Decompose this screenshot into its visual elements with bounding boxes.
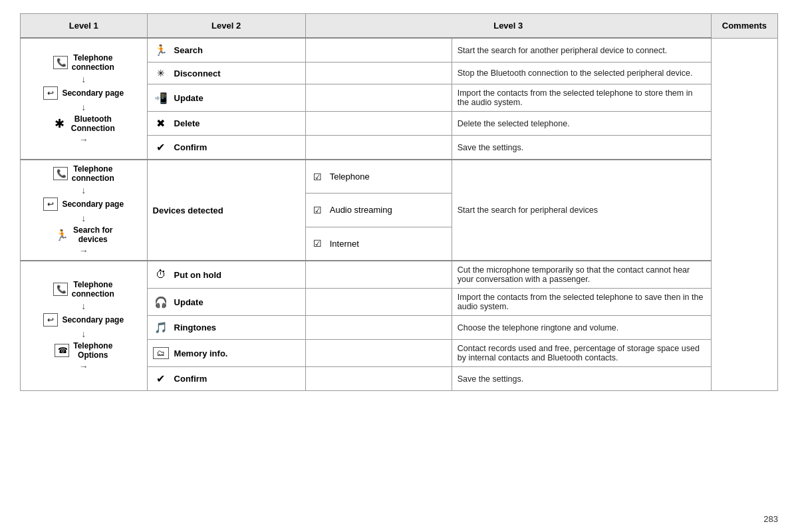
- header-level1: Level 1: [21, 14, 148, 39]
- level1-cell-s1: 📞 Telephoneconnection ↓ ↩ Secondary page…: [21, 38, 148, 160]
- level3-empty-confirm1: [305, 136, 452, 160]
- header-level3: Level 3: [305, 14, 711, 39]
- arrow-right-3: →: [79, 361, 88, 372]
- telephone-icon-s1: 📞: [53, 56, 68, 69]
- level2-cell-update1: 📲 Update: [147, 84, 305, 112]
- label-internet: Internet: [330, 239, 359, 249]
- comment-confirm1: Save the settings.: [452, 136, 711, 160]
- search-walk-icon: 🏃: [153, 44, 169, 57]
- comment-disconnect: Stop the Bluetooth connection to the sel…: [452, 63, 711, 84]
- level3-empty-hold: [305, 261, 452, 289]
- level2-cell-disconnect: ✳ Disconnect: [147, 63, 305, 84]
- comment-memory-info: Contact records used and free, percentag…: [452, 340, 711, 367]
- label-confirm2: Confirm: [174, 374, 207, 384]
- bluetooth-icon-s1: ✱: [53, 116, 67, 131]
- label-secondary-page-s3: Secondary page: [62, 315, 124, 325]
- ringtones-icon: 🎵: [153, 321, 169, 334]
- level2-cell-confirm1: ✔ Confirm: [147, 136, 305, 160]
- headphones-icon: 🎧: [153, 296, 169, 309]
- level3-empty-update2: [305, 289, 452, 316]
- main-table: Level 1 Level 2 Level 3 Comments 📞 Telep…: [20, 13, 778, 391]
- secondary-page-icon-s2: ↩: [43, 198, 58, 211]
- checkbox-internet-icon: ☑: [311, 238, 325, 249]
- label-search: Search: [174, 45, 203, 55]
- telephone-icon-s3: 📞: [53, 283, 68, 296]
- level2-cell-update2: 🎧 Update: [147, 289, 305, 316]
- telephone-options-icon-s3: ☎: [55, 344, 69, 357]
- level2-cell-devices-detected: Devices detected: [147, 160, 305, 261]
- label-telephone-connection-s2: Telephoneconnection: [72, 164, 114, 183]
- level3-internet: ☑ Internet: [305, 227, 452, 261]
- label-disconnect: Disconnect: [174, 68, 221, 78]
- level3-empty-confirm2: [305, 367, 452, 391]
- label-ringtones: Ringtones: [174, 323, 217, 332]
- secondary-page-icon-s1: ↩: [43, 86, 58, 100]
- comment-ringtones: Choose the telephone ringtone and volume…: [452, 316, 711, 340]
- arrow-down-1: ↓: [81, 74, 86, 84]
- level3-empty-disconnect: [305, 63, 452, 84]
- arrow-down-4: ↓: [81, 213, 86, 223]
- level2-cell-ringtones: 🎵 Ringtones: [147, 316, 305, 340]
- label-confirm1: Confirm: [174, 142, 207, 152]
- arrow-right-2: →: [79, 245, 88, 256]
- label-bluetooth-s1: BluetoothConnection: [71, 114, 115, 133]
- label-devices-detected: Devices detected: [153, 205, 223, 215]
- level1-cell-s3: 📞 Telephoneconnection ↓ ↩ Secondary page…: [21, 261, 148, 391]
- header-level2: Level 2: [147, 14, 305, 39]
- label-update2: Update: [174, 297, 203, 307]
- comment-confirm2: Save the settings.: [452, 367, 711, 391]
- arrow-down-2: ↓: [81, 102, 86, 112]
- arrow-down-6: ↓: [81, 329, 86, 339]
- page-number: 283: [763, 514, 778, 524]
- arrow-down-5: ↓: [81, 301, 86, 311]
- checkbox-telephone-icon: ☑: [311, 172, 325, 182]
- label-secondary-page-s1: Secondary page: [62, 88, 124, 98]
- page-wrapper: Level 1 Level 2 Level 3 Comments 📞 Telep…: [0, 0, 798, 418]
- arrow-right-1: →: [79, 134, 88, 145]
- comment-update1: Import the contacts from the selected te…: [452, 84, 711, 112]
- level2-cell-search: 🏃 Search: [147, 38, 305, 63]
- level3-audio-streaming: ☑ Audio streaming: [305, 194, 452, 227]
- comment-put-on-hold: Cut the microphone temporarily so that t…: [452, 261, 711, 289]
- level3-empty-delete: [305, 112, 452, 136]
- comment-update2: Import the contacts from the selected te…: [452, 289, 711, 316]
- label-search-devices-s2: Search fordevices: [73, 225, 112, 244]
- level2-cell-confirm2: ✔ Confirm: [147, 367, 305, 391]
- label-telephone-connection-s1: Telephoneconnection: [72, 53, 114, 72]
- checkmark-icon-2: ✔: [153, 372, 169, 385]
- comment-delete: Delete the selected telephone.: [452, 112, 711, 136]
- level3-empty-memory: [305, 340, 452, 367]
- bluetooth-x-icon: ✳: [153, 68, 169, 78]
- memory-icon: 🗂: [153, 347, 169, 359]
- search-icon-s2: 🏃: [55, 229, 69, 241]
- level3-telephone: ☑ Telephone: [305, 160, 452, 194]
- level2-cell-delete: ✖ Delete: [147, 112, 305, 136]
- comment-devices-detected: Start the search for peripheral devices: [452, 160, 711, 261]
- level2-cell-memory-info: 🗂 Memory info.: [147, 340, 305, 367]
- checkmark-icon-1: ✔: [153, 141, 169, 154]
- label-secondary-page-s2: Secondary page: [62, 200, 124, 209]
- level3-empty-ringtones: [305, 316, 452, 340]
- arrow-down-3: ↓: [81, 185, 86, 196]
- label-delete: Delete: [174, 118, 200, 128]
- label-audio-streaming: Audio streaming: [330, 205, 392, 215]
- header-comments: Comments: [711, 14, 777, 39]
- label-put-on-hold: Put on hold: [174, 270, 221, 280]
- delete-icon: ✖: [153, 117, 169, 130]
- label-telephone: Telephone: [330, 172, 370, 182]
- checkbox-audio-icon: ☑: [311, 205, 325, 215]
- label-memory-info: Memory info.: [174, 348, 228, 358]
- level3-empty-search: [305, 38, 452, 63]
- comment-search: Start the search for another peripheral …: [452, 38, 711, 63]
- level1-cell-s2: 📞 Telephoneconnection ↓ ↩ Secondary page…: [21, 160, 148, 261]
- level2-cell-put-on-hold: ⏱ Put on hold: [147, 261, 305, 289]
- label-telephone-connection-s3: Telephoneconnection: [72, 280, 114, 299]
- label-telephone-options-s3: TelephoneOptions: [73, 341, 112, 360]
- secondary-page-icon-s3: ↩: [43, 313, 58, 327]
- update-icon-1: 📲: [153, 92, 169, 104]
- hold-icon: ⏱: [153, 269, 169, 281]
- telephone-icon-s2: 📞: [53, 167, 68, 180]
- level3-empty-update1: [305, 84, 452, 112]
- label-update1: Update: [174, 93, 203, 103]
